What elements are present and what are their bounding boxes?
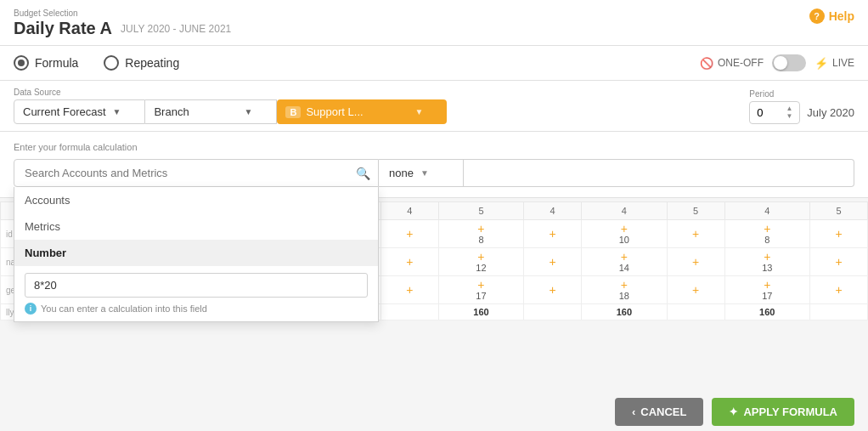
budget-selection-label: Budget Selection: [14, 9, 231, 18]
period-stepper[interactable]: ▲ ▼: [786, 105, 792, 120]
current-forecast-select[interactable]: Current Forecast ▼: [14, 99, 145, 124]
cancel-chevron-icon: ‹: [632, 405, 635, 418]
action-buttons: ‹ CANCEL ✦ APPLY FORMULA: [601, 391, 868, 431]
formula-label: Formula: [35, 56, 78, 70]
grid-col-6: 4: [582, 202, 668, 220]
cancel-button[interactable]: ‹ CANCEL: [615, 398, 704, 426]
period-number: 0 ▲ ▼: [749, 101, 800, 124]
hint-text: You can enter a calculation into this fi…: [41, 303, 207, 314]
repeating-radio[interactable]: Repeating: [104, 55, 179, 71]
grid-col-8: 4: [724, 202, 810, 220]
apply-label: APPLY FORMULA: [743, 405, 837, 418]
current-forecast-value: Current Forecast: [23, 105, 106, 118]
live-icon: ⚡: [814, 57, 828, 70]
help-label: Help: [829, 9, 854, 23]
dropdown-value: none: [389, 167, 414, 179]
page-header: Budget Selection Daily Rate A JULY 2020 …: [0, 0, 868, 46]
formula-radio-outer: [14, 55, 29, 71]
formula-text-input[interactable]: [464, 159, 854, 187]
cursor-icon: 🚫: [700, 57, 713, 70]
title-text: Daily Rate A: [14, 19, 112, 38]
metrics-item[interactable]: Metrics: [14, 213, 378, 240]
formula-row: 🔍 Accounts Metrics Number i You can ente…: [14, 159, 854, 187]
datasource-label: Data Source: [14, 88, 447, 97]
toggle-group: 🚫 ONE-OFF ⚡ LIVE: [700, 54, 854, 71]
dropdown-wrapper: none ▼: [379, 159, 464, 187]
period-label: Period: [749, 89, 854, 99]
dropdown-chevron: ▼: [420, 168, 429, 178]
period-group: Period 0 ▲ ▼ July 2020: [749, 89, 854, 124]
toggle-knob: [774, 56, 787, 70]
repeating-radio-outer: [104, 55, 119, 71]
search-input[interactable]: [14, 159, 379, 187]
help-button[interactable]: ? Help: [809, 9, 854, 24]
formula-section: Enter your formula calculation 🔍 Account…: [0, 132, 868, 198]
branch-chevron: ▼: [245, 107, 253, 116]
apply-icon: ✦: [729, 405, 738, 418]
one-off-label: 🚫 ONE-OFF: [700, 57, 764, 70]
accounts-item[interactable]: Accounts: [14, 187, 378, 213]
current-forecast-chevron: ▼: [113, 107, 121, 116]
support-chevron: ▼: [415, 107, 424, 116]
period-up[interactable]: ▲: [786, 105, 792, 112]
branch-value: Branch: [154, 105, 189, 118]
period-month: July 2020: [807, 106, 854, 119]
support-value: Support L...: [306, 105, 363, 118]
toggle-switch[interactable]: [772, 54, 806, 71]
info-icon: i: [25, 303, 37, 315]
grid-col-3: 4: [380, 202, 438, 220]
formula-section-label: Enter your formula calculation: [14, 142, 854, 152]
formula-radio[interactable]: Formula: [14, 55, 78, 71]
formula-radio-inner: [18, 60, 25, 66]
radio-group: Formula Repeating: [14, 55, 179, 71]
live-label: ⚡ LIVE: [814, 57, 854, 70]
period-input: 0 ▲ ▼ July 2020: [749, 101, 854, 124]
datasource-field-group: Data Source Current Forecast ▼ Branch ▼ …: [14, 88, 447, 124]
number-item[interactable]: Number: [14, 240, 378, 266]
main-content: Enter your formula calculation 🔍 Account…: [0, 132, 868, 320]
help-icon: ?: [809, 9, 825, 24]
period-down[interactable]: ▼: [786, 113, 792, 120]
apply-formula-button[interactable]: ✦ APPLY FORMULA: [712, 398, 854, 426]
cancel-label: CANCEL: [640, 405, 686, 418]
none-dropdown[interactable]: none ▼: [379, 159, 464, 187]
grid-col-9: 5: [810, 202, 868, 220]
header-left: Budget Selection Daily Rate A JULY 2020 …: [14, 9, 231, 38]
autocomplete-calc: i You can enter a calculation into this …: [14, 266, 378, 321]
grid-col-4: 5: [438, 202, 524, 220]
calc-input[interactable]: [25, 273, 368, 298]
grid-col-7: 5: [667, 202, 724, 220]
repeating-label: Repeating: [125, 56, 179, 70]
formula-bar: Formula Repeating 🚫 ONE-OFF ⚡ LIVE: [0, 46, 868, 81]
calc-hint: i You can enter a calculation into this …: [25, 303, 368, 315]
page-title: Daily Rate A JULY 2020 - JUNE 2021: [14, 19, 231, 38]
grid-col-5: 4: [524, 202, 582, 220]
support-badge: B: [285, 106, 301, 118]
search-icon: 🔍: [356, 167, 370, 180]
header-period: JULY 2020 - JUNE 2021: [121, 23, 231, 35]
search-wrapper: 🔍 Accounts Metrics Number i You can ente…: [14, 159, 379, 187]
branch-select[interactable]: Branch ▼: [145, 99, 277, 124]
autocomplete-panel: Accounts Metrics Number i You can enter …: [14, 187, 379, 322]
datasource-bar: Data Source Current Forecast ▼ Branch ▼ …: [0, 81, 868, 132]
support-select[interactable]: B Support L... ▼: [277, 99, 447, 124]
